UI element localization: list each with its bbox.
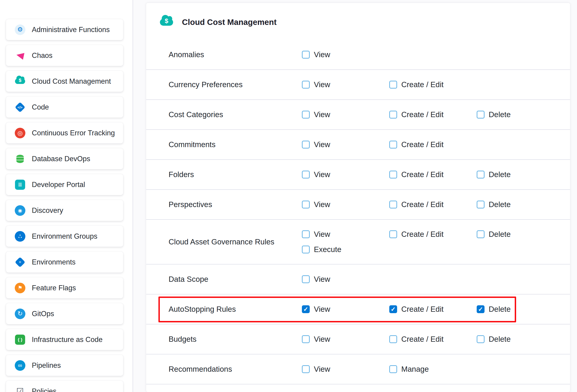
checkbox-cloud-asset-governance-rules-view[interactable] (302, 230, 310, 238)
checkbox-cloud-asset-governance-rules-execute[interactable] (302, 246, 310, 253)
permission-cell-delete: Delete (477, 228, 510, 240)
page-title: Cloud Cost Management (182, 18, 277, 27)
gear-icon: ⚙ (14, 24, 26, 36)
module-label: GitOps (32, 310, 54, 318)
permission-row-cloud-asset-governance-rules: Cloud Asset Governance RulesViewCreate /… (146, 220, 570, 264)
sidebar-item-developer-portal[interactable]: ≣ Developer Portal (6, 174, 123, 195)
checkbox-autostopping-rules-delete[interactable]: ✓ (477, 305, 485, 313)
sidebar-item-cloud-cost-management[interactable]: $ Cloud Cost Management (6, 71, 123, 92)
permission-row-data-scope: Data ScopeView (146, 264, 570, 294)
permission-cell-view: View (302, 79, 330, 90)
module-label: Infrastructure as Code (32, 335, 103, 344)
permission-label: View (314, 170, 330, 179)
sidebar-item-environments[interactable]: ≡ Environments (6, 251, 123, 273)
checkbox-autostopping-rules-view[interactable]: ✓ (302, 305, 310, 313)
permission-cell-create-edit: Create / Edit (389, 199, 443, 210)
permission-cell-execute: Execute (302, 244, 341, 255)
permission-cell-view: View (302, 169, 330, 180)
check-icon: ✓ (391, 306, 396, 312)
checkbox-currency-preferences-view[interactable] (302, 81, 310, 89)
permission-label: Create / Edit (401, 305, 443, 314)
permission-label: View (314, 50, 330, 59)
permission-rows: AnomaliesViewCurrency PreferencesViewCre… (146, 40, 570, 384)
permission-cell-delete: ✓Delete (477, 303, 510, 315)
permission-cell-create-edit: Create / Edit (389, 79, 443, 90)
permission-label: Create / Edit (401, 335, 443, 344)
permission-label: View (314, 365, 330, 374)
checkbox-cost-categories-view[interactable] (302, 111, 310, 118)
sidebar-item-gitops[interactable]: ↻ GitOps (6, 303, 123, 324)
permission-row-cost-categories: Cost CategoriesViewCreate / EditDelete (146, 100, 570, 130)
checkbox-budgets-delete[interactable] (477, 335, 485, 343)
checkbox-commitments-view[interactable] (302, 141, 310, 148)
checkbox-cloud-asset-governance-rules-create-edit[interactable] (389, 230, 397, 238)
permission-label: Create / Edit (401, 200, 443, 209)
permission-label: Delete (489, 305, 510, 314)
sidebar-item-database-devops[interactable]: Database DevOps (6, 148, 123, 169)
module-label: Pipelines (32, 361, 61, 370)
sidebar-item-infrastructure-as-code[interactable]: { } Infrastructure as Code (6, 329, 123, 350)
sidebar-item-continuous-error-tracking[interactable]: ◎ Continuous Error Tracking (6, 122, 123, 143)
permission-cell-delete: Delete (477, 199, 510, 210)
checkbox-folders-view[interactable] (302, 171, 310, 178)
module-label: Code (32, 103, 49, 111)
checkbox-perspectives-view[interactable] (302, 201, 310, 209)
permission-cell-view: ✓View (302, 303, 330, 315)
permission-label: View (314, 200, 330, 209)
checkbox-currency-preferences-create-edit[interactable] (389, 81, 397, 89)
checkbox-autostopping-rules-create-edit[interactable]: ✓ (389, 305, 397, 313)
checkbox-folders-create-edit[interactable] (389, 171, 397, 178)
module-label: Environments (32, 258, 76, 266)
checkbox-cost-categories-delete[interactable] (477, 111, 485, 118)
checkbox-cloud-asset-governance-rules-delete[interactable] (477, 230, 485, 238)
checkbox-recommendations-view[interactable] (302, 365, 310, 373)
checkbox-budgets-view[interactable] (302, 335, 310, 343)
sidebar-item-environment-groups[interactable]: ∴ Environment Groups (6, 226, 123, 247)
checkbox-anomalies-view[interactable] (302, 51, 310, 59)
permission-cell-delete: Delete (477, 333, 510, 345)
sidebar-item-policies[interactable]: ☑ Policies (6, 381, 123, 392)
checkbox-budgets-create-edit[interactable] (389, 335, 397, 343)
panel-header: $ Cloud Cost Management (161, 15, 277, 29)
permission-row-budgets: BudgetsViewCreate / EditDelete (146, 324, 570, 355)
permission-row-anomalies: AnomaliesView (146, 40, 570, 70)
target-icon: ◎ (14, 127, 26, 139)
permission-cell-create-edit: Create / Edit (389, 139, 443, 150)
checkbox-perspectives-create-edit[interactable] (389, 201, 397, 209)
permissions-panel: $ Cloud Cost Management AnomaliesViewCur… (146, 3, 570, 392)
sidebar-item-feature-flags[interactable]: ⚑ Feature Flags (6, 277, 123, 298)
permission-label: Delete (489, 110, 510, 119)
checkbox-recommendations-manage[interactable] (389, 365, 397, 373)
sidebar-item-chaos[interactable]: Chaos (6, 45, 123, 66)
environment-groups-icon: ∴ (14, 231, 26, 242)
permission-cell-view: View (302, 333, 330, 345)
checkbox-data-scope-view[interactable] (302, 275, 310, 283)
permission-cell-create-edit: ✓Create / Edit (389, 303, 443, 315)
permission-label: Create / Edit (401, 170, 443, 179)
checkbox-commitments-create-edit[interactable] (389, 141, 397, 148)
permission-row-commitments: CommitmentsViewCreate / Edit (146, 130, 570, 160)
sidebar-item-administrative-functions[interactable]: ⚙ Administrative Functions (6, 19, 123, 40)
permission-row-perspectives: PerspectivesViewCreate / EditDelete (146, 190, 570, 220)
permission-label: Delete (489, 170, 510, 179)
cloud-dollar-icon: $ (14, 76, 26, 87)
permission-label: Create / Edit (401, 110, 443, 119)
sidebar-item-code[interactable]: </> Code (6, 97, 123, 118)
permission-cell-view: View (302, 363, 330, 375)
module-list: ⚙ Administrative Functions Chaos $ Cloud… (0, 19, 133, 392)
permission-label: Delete (489, 335, 510, 344)
database-icon (14, 153, 26, 165)
checkbox-cost-categories-create-edit[interactable] (389, 111, 397, 118)
permission-label: View (314, 305, 330, 314)
permission-cell-view: View (302, 199, 330, 210)
checkbox-perspectives-delete[interactable] (477, 201, 485, 209)
permission-cell-view: View (302, 228, 330, 240)
permission-label: View (314, 335, 330, 344)
discovery-icon: ◉ (14, 205, 26, 216)
permission-cell-create-edit: Create / Edit (389, 228, 443, 240)
module-label: Database DevOps (32, 155, 90, 163)
sidebar-item-pipelines[interactable]: ∞ Pipelines (6, 355, 123, 376)
module-label: Policies (32, 387, 57, 392)
checkbox-folders-delete[interactable] (477, 171, 485, 178)
sidebar-item-discovery[interactable]: ◉ Discovery (6, 200, 123, 221)
